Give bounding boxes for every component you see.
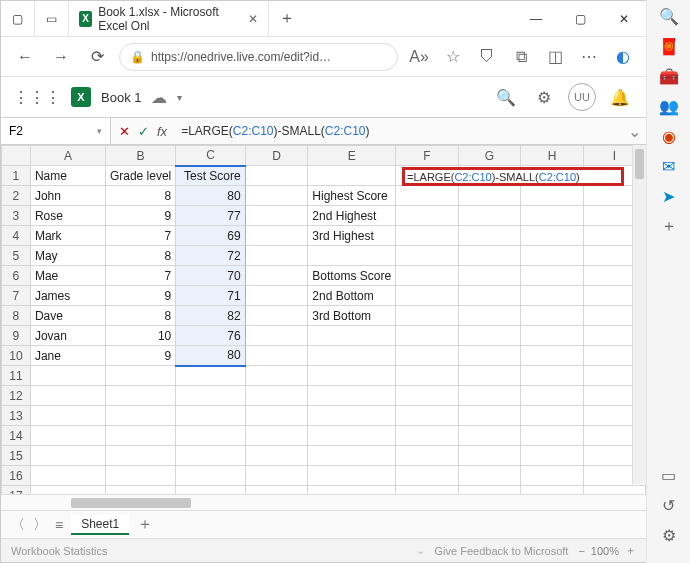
cell-H8[interactable] <box>521 306 584 326</box>
cell-F7[interactable] <box>396 286 458 306</box>
row-header-10[interactable]: 10 <box>2 346 31 366</box>
cell-G14[interactable] <box>458 426 521 446</box>
row-header-14[interactable]: 14 <box>2 426 31 446</box>
cell-C5[interactable]: 72 <box>176 246 245 266</box>
cell-A15[interactable] <box>30 446 105 466</box>
cell-E14[interactable] <box>308 426 396 446</box>
copilot-icon[interactable]: ◐ <box>610 44 636 70</box>
cell-D5[interactable] <box>245 246 308 266</box>
rail-settings-icon[interactable]: ⚙ <box>659 525 679 545</box>
cell-C1[interactable]: Test Score <box>176 166 245 186</box>
column-header-E[interactable]: E <box>308 146 396 166</box>
cell-G10[interactable] <box>458 346 521 366</box>
cell-G2[interactable] <box>458 186 521 206</box>
expand-formula-bar-button[interactable]: ⌄ <box>622 122 646 141</box>
row-header-9[interactable]: 9 <box>2 326 31 346</box>
cell-C7[interactable]: 71 <box>176 286 245 306</box>
forward-button[interactable]: → <box>47 43 75 71</box>
row-header-1[interactable]: 1 <box>2 166 31 186</box>
cell-F14[interactable] <box>396 426 458 446</box>
user-avatar[interactable]: UU <box>568 83 596 111</box>
column-header-A[interactable]: A <box>30 146 105 166</box>
cell-A8[interactable]: Dave <box>30 306 105 326</box>
cell-F13[interactable] <box>396 406 458 426</box>
cell-G3[interactable] <box>458 206 521 226</box>
cell-G5[interactable] <box>458 246 521 266</box>
cell-E8[interactable]: 3rd Bottom <box>308 306 396 326</box>
cell-D15[interactable] <box>245 446 308 466</box>
select-all-corner[interactable] <box>2 146 31 166</box>
cell-B9[interactable]: 10 <box>105 326 175 346</box>
add-rail-icon[interactable]: ＋ <box>659 216 679 236</box>
cell-E1[interactable] <box>308 166 396 186</box>
cell-F9[interactable] <box>396 326 458 346</box>
cell-F3[interactable] <box>396 206 458 226</box>
cell-G12[interactable] <box>458 386 521 406</box>
cell-B15[interactable] <box>105 446 175 466</box>
cell-H4[interactable] <box>521 226 584 246</box>
cell-D4[interactable] <box>245 226 308 246</box>
active-cell-editor[interactable]: =LARGE(C2:C10)-SMALL(C2:C10) <box>402 167 624 186</box>
cell-G13[interactable] <box>458 406 521 426</box>
name-box[interactable]: F2 ▾ <box>1 118 111 144</box>
cell-H9[interactable] <box>521 326 584 346</box>
cell-D14[interactable] <box>245 426 308 446</box>
cell-B1[interactable]: Grade level <box>105 166 175 186</box>
cell-A7[interactable]: James <box>30 286 105 306</box>
cell-A4[interactable]: Mark <box>30 226 105 246</box>
cell-H2[interactable] <box>521 186 584 206</box>
cell-A6[interactable]: Mae <box>30 266 105 286</box>
send-rail-icon[interactable]: ➤ <box>659 186 679 206</box>
row-header-6[interactable]: 6 <box>2 266 31 286</box>
cell-C12[interactable] <box>176 386 245 406</box>
cell-H16[interactable] <box>521 466 584 486</box>
reader-view-button[interactable]: A» <box>406 44 432 70</box>
refresh-button[interactable]: ⟳ <box>83 43 111 71</box>
rail-panel-icon[interactable]: ▭ <box>659 465 679 485</box>
cell-H3[interactable] <box>521 206 584 226</box>
column-header-H[interactable]: H <box>521 146 584 166</box>
cell-E12[interactable] <box>308 386 396 406</box>
blank-tab[interactable]: ▭ <box>35 1 69 36</box>
cell-B12[interactable] <box>105 386 175 406</box>
cell-C8[interactable]: 82 <box>176 306 245 326</box>
cell-F12[interactable] <box>396 386 458 406</box>
cell-E15[interactable] <box>308 446 396 466</box>
cell-E2[interactable]: Highest Score <box>308 186 396 206</box>
shopping-rail-icon[interactable]: 🧧 <box>659 36 679 56</box>
cell-D7[interactable] <box>245 286 308 306</box>
sheet-nav-next[interactable]: 〉 <box>33 516 47 534</box>
tools-rail-icon[interactable]: 🧰 <box>659 66 679 86</box>
maximize-button[interactable]: ▢ <box>558 1 602 37</box>
cell-B2[interactable]: 8 <box>105 186 175 206</box>
cell-C13[interactable] <box>176 406 245 426</box>
all-sheets-button[interactable]: ≡ <box>55 517 63 533</box>
cell-E4[interactable]: 3rd Highest <box>308 226 396 246</box>
cell-F6[interactable] <box>396 266 458 286</box>
row-header-7[interactable]: 7 <box>2 286 31 306</box>
spreadsheet-grid[interactable]: ABCDEFGHI1NameGrade levelTest Score2John… <box>1 145 646 494</box>
cell-B7[interactable]: 9 <box>105 286 175 306</box>
row-header-3[interactable]: 3 <box>2 206 31 226</box>
workbook-menu-caret[interactable]: ▾ <box>177 92 182 103</box>
cell-C14[interactable] <box>176 426 245 446</box>
close-window-button[interactable]: ✕ <box>602 1 646 37</box>
cell-C11[interactable] <box>176 366 245 386</box>
menu-button[interactable]: ⋯ <box>576 44 602 70</box>
namebox-dropdown-icon[interactable]: ▾ <box>97 126 102 136</box>
column-header-D[interactable]: D <box>245 146 308 166</box>
cell-B13[interactable] <box>105 406 175 426</box>
column-header-G[interactable]: G <box>458 146 521 166</box>
cell-E3[interactable]: 2nd Highest <box>308 206 396 226</box>
row-header-17[interactable]: 17 <box>2 486 31 495</box>
cell-H15[interactable] <box>521 446 584 466</box>
row-header-16[interactable]: 16 <box>2 466 31 486</box>
cell-I17[interactable] <box>583 486 645 495</box>
column-header-C[interactable]: C <box>176 146 245 166</box>
split-button[interactable]: ◫ <box>542 44 568 70</box>
fx-icon[interactable]: fx <box>157 124 167 139</box>
vertical-scrollbar[interactable] <box>632 145 646 484</box>
minimize-button[interactable]: ― <box>514 1 558 37</box>
app-launcher-icon[interactable]: ⋮⋮⋮ <box>13 88 61 107</box>
cell-B6[interactable]: 7 <box>105 266 175 286</box>
